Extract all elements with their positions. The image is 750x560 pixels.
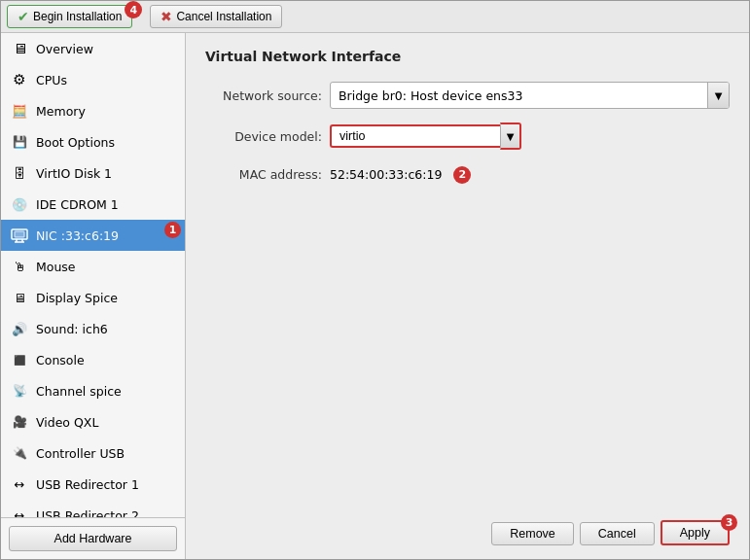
badge-4: 4 xyxy=(125,1,142,18)
check-icon: ✔ xyxy=(18,9,29,24)
sidebar-item-label: Video QXL xyxy=(36,415,98,430)
sidebar-item-sound[interactable]: Sound: ich6 xyxy=(1,313,185,344)
add-hardware-button[interactable]: Add Hardware xyxy=(9,526,177,551)
cancel-button[interactable]: Cancel xyxy=(580,522,655,545)
panel-footer: Remove Cancel Apply 3 xyxy=(205,186,730,549)
sidebar-item-ide-cdrom[interactable]: IDE CDROM 1 xyxy=(1,189,185,220)
sidebar-item-label: IDE CDROM 1 xyxy=(36,197,119,212)
sidebar-item-label: Channel spice xyxy=(36,384,122,399)
toolbar: ✔ Begin Installation 4 ✖ Cancel Installa… xyxy=(1,1,749,33)
channel-icon xyxy=(9,380,30,402)
usb-icon xyxy=(9,442,30,464)
apply-button[interactable]: Apply xyxy=(661,520,730,545)
sidebar-item-memory[interactable]: Memory xyxy=(1,95,185,126)
sidebar-item-label: Overview xyxy=(36,42,93,56)
sidebar-item-usb-redirector-1[interactable]: USB Redirector 1 xyxy=(1,469,185,500)
panel-title: Virtual Network Interface xyxy=(205,49,730,64)
mac-address-control: 52:54:00:33:c6:19 2 xyxy=(330,163,730,186)
boot-icon xyxy=(9,131,30,153)
sidebar-item-label: Display Spice xyxy=(36,291,118,305)
device-model-control: ▼ xyxy=(330,122,730,150)
network-source-label: Network source: xyxy=(205,88,322,103)
mac-address-value: 52:54:00:33:c6:19 xyxy=(330,163,442,186)
main-panel: Virtual Network Interface Network source… xyxy=(186,33,749,559)
display-icon xyxy=(9,287,30,308)
sidebar-footer: Add Hardware xyxy=(1,517,185,559)
sidebar-item-label: USB Redirector 2 xyxy=(36,508,139,518)
form-rows: Network source: Bridge br0: Host device … xyxy=(205,82,730,186)
sidebar-item-label: VirtIO Disk 1 xyxy=(36,166,112,181)
sidebar-item-label: Sound: ich6 xyxy=(36,322,108,336)
overview-icon xyxy=(9,38,30,59)
sound-icon xyxy=(9,318,30,339)
badge-2: 2 xyxy=(453,166,471,184)
sidebar-item-label: Boot Options xyxy=(36,135,115,150)
sidebar-item-label: Controller USB xyxy=(36,446,125,461)
sidebar-item-virtio-disk[interactable]: VirtIO Disk 1 xyxy=(1,158,185,189)
mouse-icon xyxy=(9,256,30,277)
memory-icon xyxy=(9,100,30,122)
usb-red-2-icon xyxy=(9,505,30,517)
virtio-icon xyxy=(9,162,30,184)
network-source-row: Network source: Bridge br0: Host device … xyxy=(205,82,730,109)
sidebar-item-label: CPUs xyxy=(36,73,67,88)
cancel-icon: ✖ xyxy=(161,9,172,24)
console-icon xyxy=(9,349,30,370)
sidebar-item-boot-options[interactable]: Boot Options xyxy=(1,126,185,158)
sidebar-item-cpus[interactable]: CPUs xyxy=(1,64,185,95)
device-model-row: Device model: ▼ xyxy=(205,122,730,150)
cdrom-icon xyxy=(9,193,30,215)
sidebar-item-label: Console xyxy=(36,353,85,368)
svg-rect-4 xyxy=(15,231,24,237)
device-model-input[interactable] xyxy=(330,124,500,148)
usb-red-1-icon xyxy=(9,473,30,495)
remove-button[interactable]: Remove xyxy=(491,522,574,545)
sidebar: Overview CPUs Memory Boot Options VirtIO… xyxy=(1,33,186,559)
network-source-select[interactable]: Bridge br0: Host device ens33 ▼ xyxy=(330,82,730,109)
video-icon xyxy=(9,411,30,433)
device-model-label: Device model: xyxy=(205,129,322,144)
sidebar-item-label: NIC :33:c6:19 xyxy=(36,228,119,243)
network-source-value: Bridge br0: Host device ens33 xyxy=(331,85,707,107)
device-model-dropdown-arrow[interactable]: ▼ xyxy=(500,122,521,150)
begin-installation-button[interactable]: ✔ Begin Installation xyxy=(7,5,132,28)
sidebar-item-overview[interactable]: Overview xyxy=(1,33,185,64)
mac-address-label: MAC address: xyxy=(205,167,322,182)
device-model-wrap: ▼ xyxy=(330,122,521,150)
sidebar-list: Overview CPUs Memory Boot Options VirtIO… xyxy=(1,33,185,517)
sidebar-item-label: USB Redirector 1 xyxy=(36,477,139,492)
sidebar-item-usb-redirector-2[interactable]: USB Redirector 2 xyxy=(1,500,185,517)
main-window: ✔ Begin Installation 4 ✖ Cancel Installa… xyxy=(0,0,750,560)
sidebar-item-nic[interactable]: NIC :33:c6:19 1 xyxy=(1,220,185,251)
nic-icon xyxy=(9,225,30,246)
badge-3: 3 xyxy=(721,514,737,531)
cancel-label: Cancel Installation xyxy=(176,10,271,23)
begin-label: Begin Installation xyxy=(33,10,122,23)
sidebar-item-label: Mouse xyxy=(36,260,76,274)
sidebar-item-mouse[interactable]: Mouse xyxy=(1,251,185,282)
sidebar-item-label: Memory xyxy=(36,104,86,119)
sidebar-item-channel-spice[interactable]: Channel spice xyxy=(1,375,185,406)
content-area: Overview CPUs Memory Boot Options VirtIO… xyxy=(1,33,749,559)
badge-1: 1 xyxy=(164,222,181,238)
network-source-control: Bridge br0: Host device ens33 ▼ xyxy=(330,82,730,109)
mac-address-row: MAC address: 52:54:00:33:c6:19 2 xyxy=(205,163,730,186)
sidebar-item-video-qxl[interactable]: Video QXL xyxy=(1,406,185,438)
cancel-installation-button[interactable]: ✖ Cancel Installation xyxy=(150,5,282,28)
sidebar-item-console[interactable]: Console xyxy=(1,344,185,375)
sidebar-item-controller-usb[interactable]: Controller USB xyxy=(1,438,185,469)
sidebar-item-display-spice[interactable]: Display Spice xyxy=(1,282,185,313)
cpu-icon xyxy=(9,69,30,90)
network-source-dropdown-arrow[interactable]: ▼ xyxy=(707,83,729,108)
